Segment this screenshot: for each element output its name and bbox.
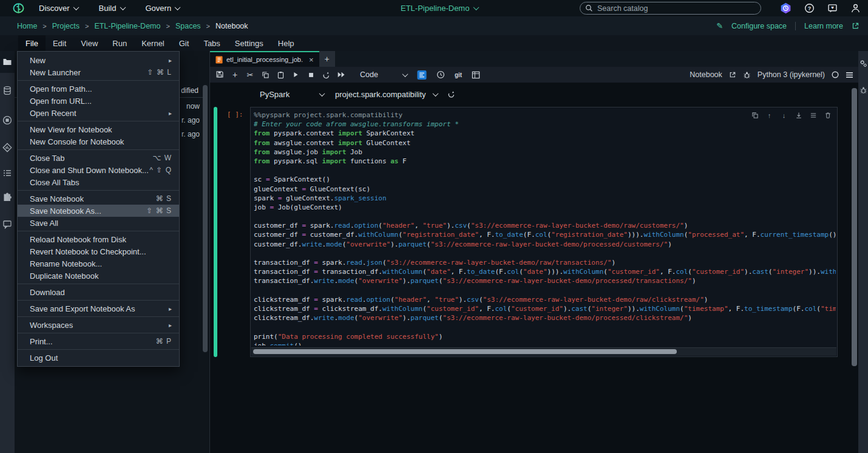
menubar-item-run[interactable]: Run xyxy=(105,35,134,51)
menubar-item-git[interactable]: Git xyxy=(172,35,197,51)
kernel-name-label[interactable]: Python 3 (ipykernel) xyxy=(758,70,825,79)
code-area[interactable]: %%pyspark project.spark.compatibility# E… xyxy=(254,111,836,346)
menu-item-revert-notebook-to-checkpoint[interactable]: Revert Notebook to Checkpoint... xyxy=(18,245,179,257)
feedback-icon[interactable]: ♥ xyxy=(827,3,838,13)
spark-profile-select[interactable]: project.spark.compatibility xyxy=(335,90,438,99)
menu-item-new-launcher[interactable]: New Launcher⇧ ⌘ L xyxy=(18,66,179,78)
property-inspector-icon[interactable] xyxy=(860,60,867,67)
notebook-tools-icon[interactable] xyxy=(471,70,481,80)
breadcrumb-item-projects[interactable]: Projects xyxy=(52,22,80,30)
search-box[interactable]: Search catalog xyxy=(580,2,761,15)
open-external-icon[interactable] xyxy=(729,71,736,78)
file-panel-scrollbar[interactable] xyxy=(203,85,208,352)
menu-item-save-notebook[interactable]: Save Notebook⌘ S xyxy=(18,192,179,205)
running-kernels-icon[interactable] xyxy=(2,115,12,125)
table-of-contents-icon[interactable] xyxy=(2,168,12,178)
menu-item-new-console-for-notebook[interactable]: New Console for Notebook xyxy=(18,135,179,148)
insert-cell-below-icon[interactable] xyxy=(794,111,803,120)
move-cell-down-icon[interactable]: ↓ xyxy=(779,111,788,120)
menubar-item-kernel[interactable]: Kernel xyxy=(134,35,172,51)
git-icon[interactable]: git xyxy=(453,70,463,80)
delete-cell-icon[interactable] xyxy=(823,111,832,120)
paste-cells-icon[interactable] xyxy=(276,70,285,80)
configure-space-link[interactable]: Configure space xyxy=(731,22,787,30)
top-menu-discover[interactable]: Discover xyxy=(39,4,78,13)
menu-item-workspaces[interactable]: Workspaces▸ xyxy=(18,319,179,331)
menu-item-log-out[interactable]: Log Out xyxy=(18,352,179,364)
menu-item-save-all[interactable]: Save All xyxy=(18,217,179,229)
toolbar-menu-icon[interactable] xyxy=(846,72,853,78)
kernel-status-icon[interactable] xyxy=(832,71,839,78)
file-list-modified-header[interactable]: dified xyxy=(181,86,198,95)
brand-logo-icon[interactable] xyxy=(12,2,25,15)
project-switcher[interactable]: ETL-Pipeline-Demo xyxy=(401,0,478,16)
menu-item-open-from-url[interactable]: Open from URL... xyxy=(18,95,179,107)
menu-item-rename-notebook[interactable]: Rename Notebook... xyxy=(18,257,179,270)
run-cell-icon[interactable] xyxy=(291,70,300,80)
menu-item-download[interactable]: Download xyxy=(18,286,179,298)
restart-kernel-icon[interactable] xyxy=(321,70,331,80)
menu-item-close-all-tabs[interactable]: Close All Tabs xyxy=(18,176,179,188)
menubar-item-edit[interactable]: Edit xyxy=(46,35,73,51)
refresh-icon[interactable] xyxy=(447,90,455,98)
menu-item-open-from-path[interactable]: Open from Path... xyxy=(18,83,179,95)
file-list-modified-value[interactable]: r. ago xyxy=(181,116,200,124)
data-browser-icon[interactable] xyxy=(2,86,12,95)
top-menu-govern[interactable]: Govern xyxy=(146,4,180,13)
menu-item-save-notebook-as[interactable]: Save Notebook As...⇧ ⌘ S xyxy=(18,205,179,217)
scrollbar-thumb[interactable] xyxy=(253,349,677,354)
menubar-item-settings[interactable]: Settings xyxy=(228,35,271,51)
menu-item-open-recent[interactable]: Open Recent▸ xyxy=(18,107,179,119)
menu-item-new-view-for-notebook[interactable]: New View for Notebook xyxy=(18,123,179,135)
help-icon[interactable]: ? xyxy=(804,3,815,13)
chat-panel-icon[interactable] xyxy=(2,219,12,229)
cell-horizontal-scrollbar[interactable] xyxy=(251,347,836,356)
breadcrumb-item-home[interactable]: Home xyxy=(17,22,37,30)
file-browser-icon[interactable] xyxy=(2,57,12,67)
menubar-item-view[interactable]: View xyxy=(73,35,105,51)
menu-item-close-tab[interactable]: Close Tab⌥ W xyxy=(18,152,179,164)
breadcrumb-item-etl-pipeline-demo[interactable]: ETL-Pipeline-Demo xyxy=(94,22,160,30)
file-list-modified-value[interactable]: r. ago xyxy=(181,130,200,138)
cell-type-select[interactable]: Code xyxy=(360,70,407,79)
stop-kernel-icon[interactable] xyxy=(306,70,316,80)
restart-run-all-icon[interactable] xyxy=(336,70,346,80)
debugger-icon[interactable] xyxy=(743,71,751,79)
menubar-item-file[interactable]: File xyxy=(18,35,46,51)
history-icon[interactable] xyxy=(436,70,446,80)
cut-cells-icon[interactable]: ✂ xyxy=(245,70,255,80)
save-icon[interactable] xyxy=(215,70,225,80)
copy-cells-icon[interactable] xyxy=(260,70,270,80)
menu-item-print[interactable]: Print...⌘ P xyxy=(18,335,179,347)
assistant-q-icon[interactable] xyxy=(780,2,792,14)
more-actions-icon[interactable] xyxy=(809,111,818,120)
duplicate-cell-icon[interactable] xyxy=(750,111,759,120)
debugger-sidebar-icon[interactable] xyxy=(860,86,867,94)
file-list-modified-value[interactable]: now xyxy=(186,102,200,111)
user-icon[interactable] xyxy=(850,3,861,13)
notebook-tab[interactable]: etl_initial_processing_job. × xyxy=(210,51,319,67)
close-icon[interactable]: × xyxy=(309,55,314,64)
learn-more-link[interactable]: Learn more xyxy=(804,22,843,30)
menubar-item-help[interactable]: Help xyxy=(271,35,302,51)
language-select[interactable]: PySpark xyxy=(260,90,324,99)
notebook-mode-label[interactable]: Notebook xyxy=(690,70,722,79)
menu-item-new[interactable]: New▸ xyxy=(18,54,179,66)
extensions-icon[interactable] xyxy=(2,192,12,202)
menu-item-duplicate-notebook[interactable]: Duplicate Notebook xyxy=(18,270,179,282)
insert-cell-icon[interactable]: + xyxy=(230,70,240,80)
menu-item-close-and-shut-down-notebook[interactable]: Close and Shut Down Notebook...^ ⇧ Q xyxy=(18,164,179,176)
git-panel-icon[interactable] xyxy=(2,143,12,152)
code-cell-editor[interactable]: %%pyspark project.spark.compatibility# E… xyxy=(250,107,838,357)
menubar-item-tabs[interactable]: Tabs xyxy=(196,35,227,51)
breadcrumb-item-spaces[interactable]: Spaces xyxy=(175,22,201,30)
top-menu-build[interactable]: Build xyxy=(99,4,125,13)
move-cell-up-icon[interactable]: ↑ xyxy=(765,111,774,120)
new-tab-button[interactable]: + xyxy=(319,51,335,67)
breadcrumb: Home>Projects>ETL-Pipeline-Demo>Spaces>N… xyxy=(17,16,248,35)
notebook-vertical-scrollbar[interactable] xyxy=(852,88,857,366)
active-cell-indicator[interactable] xyxy=(214,107,217,357)
format-code-icon[interactable] xyxy=(417,70,427,80)
menu-item-save-and-export-notebook-as[interactable]: Save and Export Notebook As▸ xyxy=(18,302,179,315)
menu-item-reload-notebook-from-disk[interactable]: Reload Notebook from Disk xyxy=(18,233,179,245)
